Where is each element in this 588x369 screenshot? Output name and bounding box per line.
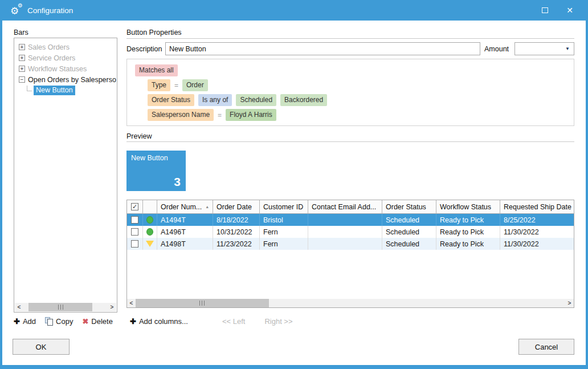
filter-value-tag[interactable]: Floyd A Harris — [226, 109, 276, 121]
bars-tree: + Sales Orders + Service Orders + Workfl… — [14, 38, 117, 313]
scroll-thumb[interactable] — [28, 303, 92, 311]
amount-dropdown[interactable]: ▼ — [514, 42, 574, 55]
column-header-order-num[interactable]: Order Num... ▲ — [157, 200, 213, 213]
yellow-triangle-icon — [146, 241, 154, 247]
filter-value-tag[interactable]: Backordered — [280, 94, 327, 106]
tree-item-sales-orders[interactable]: + Sales Orders — [19, 42, 117, 52]
tile-label: New Button — [126, 151, 186, 162]
scroll-right-arrow[interactable]: > — [565, 299, 574, 307]
plus-icon: ✚ — [130, 317, 136, 326]
filter-operator[interactable]: = — [174, 82, 178, 90]
close-icon: ✕ — [566, 6, 573, 15]
table-row[interactable]: A1496T 10/31/2022 Fern Scheduled Ready t… — [127, 226, 574, 238]
delete-button[interactable]: ✖ Delete — [82, 317, 112, 326]
filter-value-tag[interactable]: Order — [182, 79, 208, 91]
column-header-customer-id[interactable]: Customer ID — [260, 200, 308, 213]
sort-ascending-icon: ▲ — [205, 205, 209, 209]
scroll-right-arrow[interactable]: > — [108, 303, 116, 311]
ok-button[interactable]: OK — [13, 339, 70, 355]
maximize-button[interactable] — [532, 2, 557, 19]
column-header-ship-date[interactable]: Requested Ship Date — [500, 200, 574, 213]
row-checkbox[interactable] — [131, 240, 138, 248]
column-header-workflow-status[interactable]: Workflow Status — [436, 200, 500, 213]
filter-operator-tag[interactable]: Is any of — [198, 94, 232, 106]
tree-connector — [27, 86, 32, 91]
close-button[interactable]: ✕ — [557, 2, 582, 19]
chevron-down-icon: ▼ — [565, 46, 574, 51]
amount-label: Amount — [484, 45, 509, 53]
scroll-thumb[interactable] — [136, 299, 269, 307]
move-left-button[interactable]: << Left — [222, 317, 245, 326]
bars-label: Bars — [14, 29, 28, 37]
grid-header: ✓ Order Num... ▲ Order Date Customer ID … — [127, 200, 574, 214]
checkbox-checked[interactable]: ✓ — [131, 203, 138, 210]
gear-small-icon: ⚙ — [18, 2, 23, 9]
filter-builder: Matches all Type = Order Order Status Is… — [126, 59, 574, 126]
heading-divider — [126, 38, 574, 39]
filter-field-tag[interactable]: Order Status — [148, 94, 194, 106]
scroll-left-arrow[interactable]: < — [15, 303, 23, 311]
delete-x-icon: ✖ — [82, 317, 88, 326]
table-row[interactable]: A1494T 8/18/2022 Bristol Scheduled Ready… — [127, 214, 574, 226]
copy-icon — [45, 317, 53, 326]
row-checkbox[interactable] — [131, 228, 138, 236]
column-header-contact-email[interactable]: Contact Email Add... — [308, 200, 382, 213]
preview-heading: Preview — [126, 132, 152, 140]
tree-item-workflow-statuses[interactable]: + Workflow Statuses — [19, 63, 117, 74]
bars-toolbar: ✚ Add Copy ✖ Delete — [14, 317, 113, 326]
grid-hscrollbar[interactable]: < > — [127, 299, 574, 307]
scroll-track[interactable] — [23, 303, 108, 311]
status-icon-header[interactable] — [143, 200, 157, 213]
move-right-button[interactable]: Right >> — [264, 317, 292, 326]
add-button[interactable]: ✚ Add — [14, 317, 36, 326]
preview-button-tile[interactable]: New Button 3 — [126, 151, 186, 191]
filter-field-tag[interactable]: Type — [148, 79, 170, 91]
tree-hscrollbar[interactable]: < > — [15, 303, 116, 311]
tree-item-service-orders[interactable]: + Service Orders — [19, 52, 117, 63]
orders-grid: ✓ Order Num... ▲ Order Date Customer ID … — [126, 200, 574, 308]
column-header-order-status[interactable]: Order Status — [382, 200, 436, 213]
filter-operator[interactable]: = — [218, 111, 222, 119]
button-properties-heading: Button Properties — [126, 29, 182, 37]
tree-item-open-orders-by-salesperson[interactable]: − Open Orders by Salesperso — [19, 74, 117, 85]
green-circle-icon — [146, 216, 153, 224]
gears-icon: ⚙ ⚙ — [10, 4, 25, 17]
column-header-order-date[interactable]: Order Date — [213, 200, 260, 213]
description-label: Description — [126, 45, 162, 53]
maximize-icon — [542, 7, 548, 13]
expand-icon[interactable]: + — [19, 66, 25, 72]
expand-icon[interactable]: + — [19, 55, 25, 61]
configuration-dialog: ⚙ ⚙ Configuration ✕ Bars + Sales Orders … — [0, 0, 588, 369]
expand-icon[interactable]: + — [19, 44, 25, 50]
filter-value-tag[interactable]: Scheduled — [236, 94, 276, 106]
dialog-body: Bars + Sales Orders + Service Orders + W… — [2, 21, 586, 365]
window-title: Configuration — [27, 6, 73, 15]
select-all-header[interactable]: ✓ — [127, 200, 143, 213]
table-row[interactable]: A1498T 11/23/2022 Fern Scheduled Ready t… — [127, 238, 574, 250]
cancel-button[interactable]: Cancel — [518, 339, 574, 355]
green-circle-icon — [146, 228, 153, 236]
scroll-left-arrow[interactable]: < — [127, 299, 136, 307]
add-columns-button[interactable]: ✚ Add columns... — [130, 317, 188, 326]
collapse-icon[interactable]: − — [19, 76, 25, 83]
filter-field-tag[interactable]: Salesperson Name — [148, 109, 214, 121]
plus-icon: ✚ — [14, 317, 20, 326]
row-checkbox[interactable] — [131, 216, 138, 224]
copy-button[interactable]: Copy — [45, 317, 73, 326]
preview-divider — [126, 141, 574, 142]
grip-icon — [199, 301, 205, 306]
filter-root-tag[interactable]: Matches all — [135, 64, 178, 76]
titlebar: ⚙ ⚙ Configuration ✕ — [0, 0, 588, 21]
grip-icon — [58, 305, 63, 310]
grid-toolbar: ✚ Add columns... << Left Right >> — [130, 317, 293, 326]
tree-item-new-button[interactable]: New Button — [19, 85, 117, 96]
description-input[interactable] — [165, 42, 480, 55]
scroll-track[interactable] — [136, 299, 565, 307]
tile-count-badge: 3 — [174, 175, 181, 189]
